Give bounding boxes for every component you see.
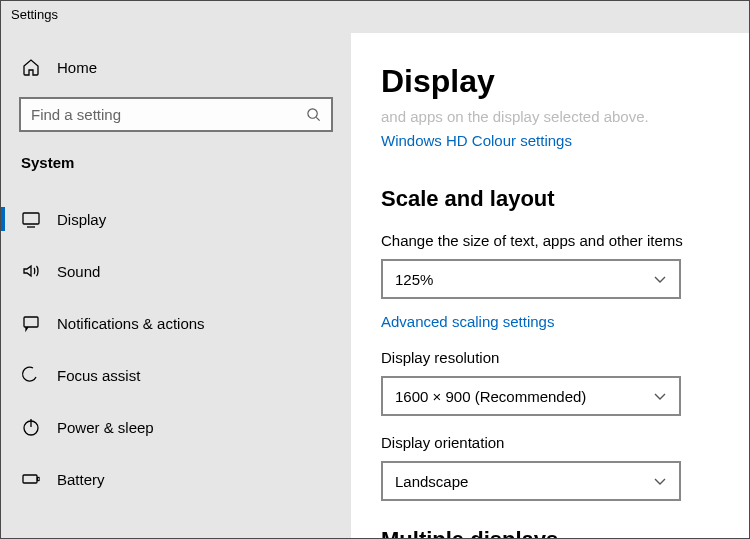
- sidebar-item-sound[interactable]: Sound: [19, 245, 333, 297]
- display-icon: [21, 209, 41, 229]
- sidebar-item-label: Sound: [57, 263, 100, 280]
- sidebar-item-label: Focus assist: [57, 367, 140, 384]
- sidebar-item-display[interactable]: Display: [19, 193, 333, 245]
- chevron-down-icon: [653, 474, 667, 488]
- sidebar-nav: Display Sound Notifications & actions: [19, 193, 333, 505]
- sidebar-item-power-sleep[interactable]: Power & sleep: [19, 401, 333, 453]
- sidebar: Home System Display: [1, 33, 351, 538]
- section-scale-layout: Scale and layout: [381, 186, 719, 212]
- dropdown-value: 1600 × 900 (Recommended): [395, 388, 586, 405]
- dropdown-value: Landscape: [395, 473, 468, 490]
- home-label: Home: [57, 59, 97, 76]
- dropdown-orientation[interactable]: Landscape: [381, 461, 681, 501]
- notifications-icon: [21, 313, 41, 333]
- search-input-container[interactable]: [19, 97, 333, 132]
- sidebar-item-label: Display: [57, 211, 106, 228]
- svg-rect-8: [38, 478, 40, 481]
- battery-icon: [21, 469, 41, 489]
- sidebar-item-label: Notifications & actions: [57, 315, 205, 332]
- chevron-down-icon: [653, 272, 667, 286]
- dropdown-text-size[interactable]: 125%: [381, 259, 681, 299]
- window-title: Settings: [1, 1, 749, 33]
- page-title: Display: [381, 63, 719, 100]
- clipped-text: and apps on the display selected above.: [381, 108, 719, 126]
- power-icon: [21, 417, 41, 437]
- sidebar-section-header: System: [19, 154, 333, 171]
- advanced-scaling-link[interactable]: Advanced scaling settings: [381, 313, 554, 330]
- search-icon: [306, 107, 321, 122]
- sidebar-item-label: Power & sleep: [57, 419, 154, 436]
- svg-point-0: [308, 109, 317, 118]
- sidebar-item-battery[interactable]: Battery: [19, 453, 333, 505]
- label-text-size: Change the size of text, apps and other …: [381, 232, 719, 249]
- label-resolution: Display resolution: [381, 349, 719, 366]
- dropdown-value: 125%: [395, 271, 433, 288]
- window-body: Home System Display: [1, 33, 749, 538]
- sidebar-item-focus-assist[interactable]: Focus assist: [19, 349, 333, 401]
- search-input[interactable]: [31, 106, 306, 123]
- settings-window: Settings Home System: [0, 0, 750, 539]
- svg-rect-4: [24, 317, 38, 327]
- sidebar-item-label: Battery: [57, 471, 105, 488]
- hd-colour-link[interactable]: Windows HD Colour settings: [381, 132, 572, 149]
- sound-icon: [21, 261, 41, 281]
- section-multiple-displays-partial: Multiple displays: [381, 527, 719, 538]
- home-button[interactable]: Home: [19, 51, 333, 97]
- content-pane: Display and apps on the display selected…: [351, 33, 749, 538]
- focus-assist-icon: [21, 365, 41, 385]
- svg-rect-7: [23, 475, 37, 483]
- sidebar-item-notifications[interactable]: Notifications & actions: [19, 297, 333, 349]
- svg-rect-2: [23, 213, 39, 224]
- label-orientation: Display orientation: [381, 434, 719, 451]
- dropdown-resolution[interactable]: 1600 × 900 (Recommended): [381, 376, 681, 416]
- svg-line-1: [316, 117, 319, 120]
- home-icon: [21, 57, 41, 77]
- chevron-down-icon: [653, 389, 667, 403]
